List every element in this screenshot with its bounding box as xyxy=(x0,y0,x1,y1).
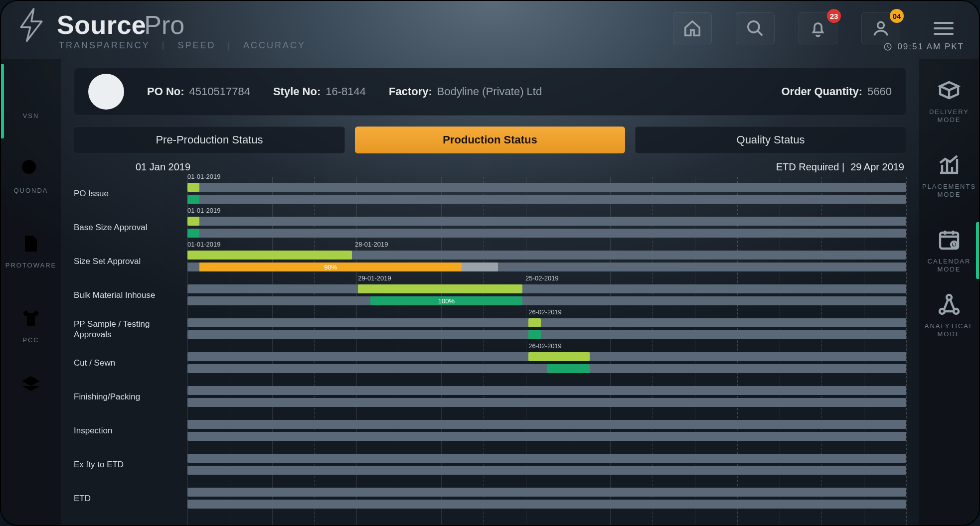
sidebar-item-vsn[interactable]: VSN xyxy=(1,64,61,138)
tab-quality[interactable]: Quality Status xyxy=(635,127,906,153)
menu-button[interactable] xyxy=(924,12,963,44)
profile-button[interactable]: 04 xyxy=(861,12,900,44)
gantt-actual-bar[interactable]: 90% xyxy=(199,263,461,271)
search-button[interactable] xyxy=(736,12,775,44)
tab-pre-production[interactable]: Pre-Production Status xyxy=(74,127,345,153)
gantt-actual-bar[interactable] xyxy=(528,330,540,339)
gantt-start-date: 01 Jan 2019 xyxy=(136,161,190,173)
gantt-row-label: ETD xyxy=(74,482,187,516)
factory-label: Factory: xyxy=(389,85,432,98)
mode-placements[interactable]: PLACEMENTSMODE xyxy=(919,138,979,213)
mode-calendar[interactable]: CALENDARMODE xyxy=(919,213,979,288)
tagline: TRANSPARENCY| SPEED| ACCURACY xyxy=(59,40,306,51)
order-qty-label: Order Quantity: xyxy=(781,85,862,98)
gantt-date-chip: 25-02-2019 xyxy=(525,274,559,282)
status-tabs: Pre-Production Status Production Status … xyxy=(74,127,906,153)
user-icon xyxy=(871,19,890,38)
clock-icon xyxy=(883,42,892,51)
check-search-icon xyxy=(19,157,43,181)
gantt-row-label: Finishing/Packing xyxy=(74,380,187,414)
gantt-row xyxy=(187,414,906,448)
notifications-button[interactable]: 23 xyxy=(799,12,837,44)
style-no-value: 16-8144 xyxy=(326,85,366,98)
gantt-date-chip: 28-01-2019 xyxy=(355,241,388,248)
tab-label: Quality Status xyxy=(737,133,805,146)
sidebar-item-pcc[interactable]: PCC xyxy=(1,288,61,363)
home-icon xyxy=(683,19,702,38)
gantt-plan-bar[interactable] xyxy=(187,217,199,226)
gantt-row xyxy=(187,380,906,414)
gantt-plan-bar[interactable] xyxy=(187,251,352,260)
home-button[interactable] xyxy=(673,12,712,44)
bell-icon xyxy=(809,19,827,38)
gantt-actual-bar[interactable] xyxy=(547,364,590,373)
gantt-row-label: Cut / Sewn xyxy=(74,346,187,380)
gantt-etd-value: 29 Apr 2019 xyxy=(850,161,904,173)
gantt-etd-label: ETD Required | xyxy=(776,161,844,173)
factory-value: Bodyline (Private) Ltd xyxy=(437,85,542,98)
tab-label: Production Status xyxy=(443,133,537,146)
sidebar-item-more[interactable] xyxy=(1,363,61,407)
gantt-date-chip: 26-02-2019 xyxy=(528,308,562,316)
profile-badge: 04 xyxy=(890,9,904,23)
mode-analytical[interactable]: ANALYTICALMODE xyxy=(919,288,979,343)
gantt-row: 29-01-201925-02-2019100% xyxy=(187,278,906,312)
sidebar-item-label: VSN xyxy=(23,112,39,120)
clock: 09:51 AM PKT xyxy=(883,42,964,52)
mode-label: PLACEMENTSMODE xyxy=(922,183,976,198)
gantt-date-chip: 01-01-2019 xyxy=(187,241,221,248)
gantt-row-label: Ex fty to ETD xyxy=(74,448,187,482)
gantt-row-label: Base Size Approval xyxy=(74,211,187,245)
gantt-date-chip: 01-01-2019 xyxy=(187,207,221,214)
gantt-actual-bar[interactable]: 100% xyxy=(370,296,523,305)
gantt-row-label: Bulk Material Inhouse xyxy=(74,278,187,312)
gantt-row: 26-02-2019 xyxy=(187,312,906,346)
brand-sub: Pro xyxy=(144,10,184,39)
gantt-row: 26-02-2019 xyxy=(187,346,906,380)
order-qty-value: 5660 xyxy=(867,85,892,98)
bars-icon xyxy=(19,82,43,106)
mode-label: DELIVERYMODE xyxy=(929,108,969,124)
gantt-plan-bar[interactable] xyxy=(187,183,199,192)
mode-delivery[interactable]: DELIVERYMODE xyxy=(919,64,979,138)
protoware-icon xyxy=(19,232,43,256)
brand-main: Source xyxy=(57,10,146,39)
tab-label: Pre-Production Status xyxy=(156,133,263,146)
tagline-item: SPEED xyxy=(177,40,215,51)
gantt-plan-bar[interactable] xyxy=(358,284,522,293)
topbar: SourcePro TRANSPARENCY| SPEED| ACCURACY … xyxy=(1,1,979,56)
sidebar-item-label: QUONDA xyxy=(13,187,48,195)
gantt-row-labels: PO IssueBase Size ApprovalSize Set Appro… xyxy=(74,177,187,525)
mode-label: CALENDARMODE xyxy=(928,258,971,273)
right-sidebar: DELIVERYMODE PLACEMENTSMODE CALENDARMODE… xyxy=(919,59,979,525)
main-content: PO No:4510517784 Style No:16-8144 Factor… xyxy=(61,59,919,525)
tagline-item: TRANSPARENCY xyxy=(59,40,150,51)
brand-bolt-icon xyxy=(13,6,50,43)
sidebar-item-protoware[interactable]: PROTOWARE xyxy=(1,213,61,288)
gantt-row: 01-01-201928-01-201990% xyxy=(187,245,906,278)
tab-production[interactable]: Production Status xyxy=(355,127,625,153)
layers-icon xyxy=(19,373,43,397)
brand-avatar xyxy=(88,74,124,110)
gantt-plan-bar[interactable] xyxy=(528,352,589,361)
style-no-label: Style No: xyxy=(273,85,321,98)
po-no-label: PO No: xyxy=(147,85,184,98)
gantt-date-chip: 26-02-2019 xyxy=(528,342,562,350)
svg-point-1 xyxy=(878,22,884,28)
gantt-row-label: PO Issue xyxy=(74,177,187,211)
hamburger-icon xyxy=(934,22,954,35)
line-chart-icon xyxy=(937,153,961,177)
notifications-badge: 23 xyxy=(827,9,841,23)
clock-text: 09:51 AM PKT xyxy=(897,42,964,52)
sidebar-item-label: PCC xyxy=(22,336,39,344)
brand: SourcePro TRANSPARENCY| SPEED| ACCURACY xyxy=(13,6,306,51)
sidebar-item-label: PROTOWARE xyxy=(5,262,57,269)
gantt-row xyxy=(187,448,906,482)
gantt-row-label: Size Set Approval xyxy=(74,245,187,278)
gantt-date-chip: 01-01-2019 xyxy=(187,173,221,180)
sidebar-item-quonda[interactable]: QUONDA xyxy=(1,138,61,213)
gantt-plan-bar[interactable] xyxy=(528,318,540,327)
gantt-actual-bar[interactable] xyxy=(187,229,199,238)
network-icon xyxy=(937,292,961,316)
gantt-actual-bar[interactable] xyxy=(187,195,199,204)
